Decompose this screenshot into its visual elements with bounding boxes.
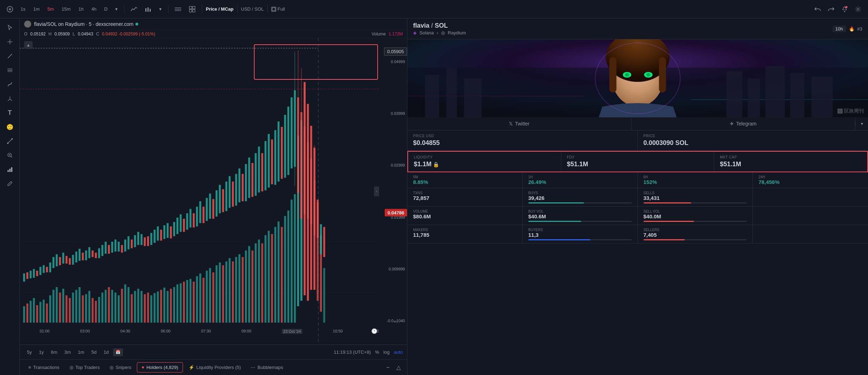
interval-5m[interactable]: 5m [45,5,57,13]
holders-icon: ♥ [141,365,144,370]
svg-rect-143 [39,267,41,275]
redo-btn[interactable] [825,4,837,15]
svg-rect-65 [88,291,90,323]
x-label-2: 03:00 [80,329,90,334]
log-toggle[interactable]: log [383,349,389,355]
sellers-val: 7,405 [644,232,747,238]
fork-tool[interactable] [4,92,16,105]
time-3m[interactable]: 3m [62,348,74,356]
interval-d[interactable]: D [101,5,110,13]
svg-rect-68 [98,297,100,323]
svg-rect-188 [186,213,188,230]
settings-btn[interactable] [852,4,864,15]
sell-vol-val: $40.0M [644,213,747,219]
svg-rect-212 [265,141,267,190]
minus-btn[interactable]: − [384,363,392,372]
svg-rect-128 [294,194,296,323]
solana-icon: ◈ [413,30,417,35]
interval-1h[interactable]: 1h [76,5,86,13]
pct-toggle[interactable]: % [375,349,379,355]
svg-point-28 [7,142,9,144]
svg-rect-174 [140,234,143,245]
svg-rect-36 [11,167,12,172]
svg-line-26 [10,99,12,101]
time-6m[interactable]: 6m [48,348,60,356]
social-links: 𝕏 Twitter ✈ Telegram ▾ [407,117,868,130]
time-1d[interactable]: 1d [101,348,111,356]
x-label-4: 06:00 [161,329,171,334]
fib-tool[interactable] [4,78,16,91]
interval-1s[interactable]: 1s [18,5,28,13]
tab-holders[interactable]: ♥ Holders (4,829) [137,362,183,373]
add-symbol-btn[interactable] [4,4,16,15]
y-label-5: 0.03999 [379,111,407,116]
svg-rect-69 [101,292,104,323]
chart-tool[interactable] [4,163,16,176]
telegram-btn[interactable]: ✈ Telegram [631,117,856,130]
interval-1m[interactable]: 1m [30,5,43,13]
tab-liquidity-providers[interactable]: ⚡ Liquidity Providers (5) [184,363,245,372]
pencil-tool[interactable] [4,177,16,190]
chart-expand-btn[interactable]: ▲ [24,41,33,49]
zoom-tool[interactable] [4,149,16,162]
horizontal-line-tool[interactable] [4,64,16,77]
svg-rect-180 [160,230,162,241]
time-5y[interactable]: 5y [24,348,35,356]
calendar-btn[interactable]: 📅 [113,348,123,356]
svg-point-29 [11,138,13,140]
tab-bubblemaps[interactable]: ⋯ Bubblemaps [246,363,287,372]
indicators-btn[interactable] [172,5,184,13]
svg-rect-9 [189,6,192,9]
tab-transactions[interactable]: ≡ Transactions [24,363,64,372]
twitter-btn[interactable]: 𝕏 Twitter [407,117,631,130]
text-tool[interactable]: T [4,106,16,119]
svg-rect-208 [251,163,254,197]
tab-top-traders[interactable]: ◎ Top Traders [65,363,104,372]
undo-btn[interactable] [812,4,823,15]
svg-rect-82 [144,294,146,323]
mkt-cap-label: MKT CAP [720,155,862,159]
tab-snipers[interactable]: ◎ Snipers [105,363,135,372]
interval-15m[interactable]: 15m [59,5,73,13]
svg-rect-105 [219,263,221,323]
time-5d[interactable]: 5d [89,348,99,356]
expand-tab-btn[interactable]: △ [394,363,403,372]
time-1m[interactable]: 1m [75,348,87,356]
line-tool[interactable] [4,50,16,62]
svg-rect-62 [79,287,81,323]
alert-btn[interactable] [839,4,850,15]
grid-btn[interactable] [186,5,198,14]
svg-rect-95 [186,280,188,323]
price-usd-label: PRICE USD [413,134,632,138]
svg-rect-121 [271,234,273,323]
sells-label: SELLS [644,191,747,195]
interval-dropdown[interactable]: ▾ [112,5,121,13]
svg-rect-59 [69,298,71,323]
auto-toggle[interactable]: auto [394,349,403,355]
close-val: 0.04932 -0.002599 (-5.01%) [102,32,155,37]
svg-rect-209 [255,153,257,196]
measure-tool[interactable] [4,135,16,147]
social-expand-btn[interactable]: ▾ [855,121,868,126]
svg-rect-5 [150,9,151,12]
price-mcap-toggle[interactable]: Price / MCap [206,6,233,12]
time-1y[interactable]: 1y [36,348,47,356]
chart-collapse-btn[interactable]: ‹ [374,186,379,196]
usd-sol-toggle[interactable]: USD / SOL [241,6,264,12]
line-chart-btn[interactable] [128,5,140,13]
interval-4h[interactable]: 4h [89,5,99,13]
crosshair-tool[interactable] [4,35,16,48]
emoji-tool[interactable]: 🙂 [4,121,16,133]
low-label: L [73,32,75,37]
svg-rect-120 [268,231,270,323]
svg-rect-124 [281,227,283,323]
x-axis-labels: 01:00 03:00 04:30 06:00 07:30 09:00 23 O… [40,329,379,334]
cursor-tool[interactable] [4,21,16,34]
sells-val: 33,431 [644,195,747,201]
chart-type-dropdown[interactable]: ▾ [156,5,165,13]
full-btn[interactable]: Full [271,6,285,12]
bar-chart-btn[interactable] [142,5,154,13]
svg-rect-58 [66,295,68,323]
svg-rect-169 [124,240,126,252]
chart-canvas[interactable]: 0.04999 0.03999 0.02999 0.01999 0.009999… [20,38,407,345]
